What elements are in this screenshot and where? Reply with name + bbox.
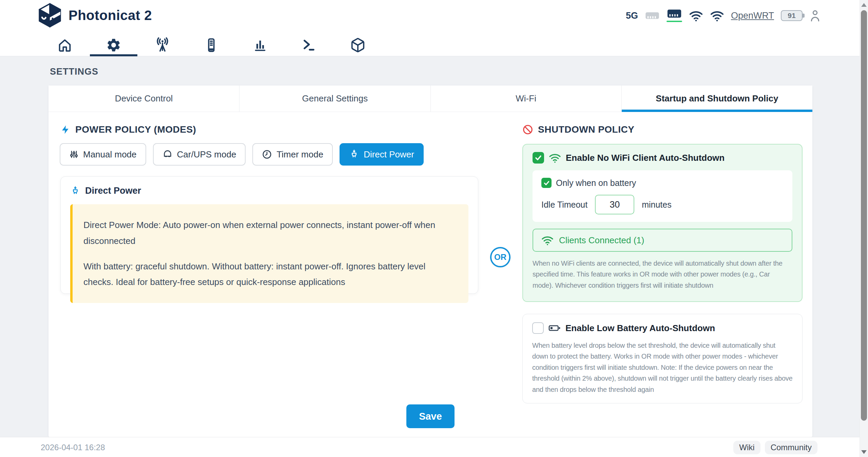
tab-general-settings[interactable]: General Settings — [239, 85, 430, 112]
battery-shutdown-description: When battery level drops below the set t… — [532, 340, 793, 395]
page-title: SETTINGS — [50, 66, 98, 77]
nav-item-settings[interactable] — [89, 34, 138, 56]
direct-power-card-title-row: Direct Power — [70, 186, 468, 196]
nav-item-home[interactable] — [40, 34, 89, 56]
nav-item-device[interactable] — [187, 34, 236, 56]
plug-blue-icon — [70, 186, 80, 196]
scrollbar-thumb[interactable] — [861, 10, 867, 421]
or-condition-badge: OR — [490, 247, 510, 267]
battery-auto-shutdown-card: Enable Low Battery Auto-Shutdown When ba… — [522, 314, 803, 403]
only-battery-row: Only when on battery — [541, 178, 784, 188]
wifi-shutdown-options-box: Only when on battery Idle Timeout minute… — [533, 170, 792, 222]
manual-mode-label: Manual mode — [83, 149, 137, 160]
direct-power-description-callout: Direct Power Mode: Auto power-on when ex… — [70, 204, 468, 303]
save-button[interactable]: Save — [406, 404, 455, 428]
idle-timeout-row: Idle Timeout minutes — [541, 195, 784, 214]
network-type-label: 5G — [626, 11, 638, 21]
timer-mode-label: Timer mode — [276, 149, 323, 160]
shutdown-policy-heading: SHUTDOWN POLICY — [522, 124, 634, 135]
user-icon[interactable] — [809, 9, 821, 22]
direct-power-description-1: Direct Power Mode: Auto power-on when ex… — [83, 217, 458, 249]
wifi-auto-shutdown-checkbox[interactable] — [533, 152, 544, 164]
clients-connected-label: Clients Connected (1) — [559, 235, 644, 246]
battery-percent: 91 — [788, 12, 795, 20]
scrollbar — [860, 0, 868, 457]
tab-startup-shutdown-policy[interactable]: Startup and Shutdown Policy — [622, 85, 812, 112]
battery-auto-shutdown-row: Enable Low Battery Auto-Shutdown — [532, 322, 793, 334]
plug-icon — [349, 149, 359, 159]
car-icon — [162, 149, 173, 159]
brand[interactable]: Photonicat 2 — [37, 3, 152, 28]
tab-wifi[interactable]: Wi-Fi — [431, 85, 622, 112]
wifi-clients-icon — [541, 235, 554, 246]
app-header: Photonicat 2 5G — [0, 0, 868, 56]
ethernet-inactive-icon — [645, 10, 660, 21]
battery-auto-shutdown-checkbox[interactable] — [532, 322, 544, 334]
scroll-up-arrow-icon[interactable] — [861, 3, 867, 7]
wifi-auto-shutdown-label: Enable No WiFi Client Auto-Shutdown — [566, 153, 725, 163]
footer: 2026-04-01 16:28 Wiki Community — [0, 437, 868, 457]
direct-power-mode-label: Direct Power — [364, 149, 414, 160]
only-battery-label: Only when on battery — [556, 178, 636, 188]
battery-status: 91 — [781, 10, 803, 21]
shutdown-policy-heading-label: SHUTDOWN POLICY — [538, 124, 634, 135]
tab-device-control[interactable]: Device Control — [49, 85, 239, 112]
only-battery-checkbox[interactable] — [541, 178, 552, 188]
settings-tabs: Device Control General Settings Wi-Fi St… — [49, 85, 812, 112]
scroll-down-arrow-icon[interactable] — [861, 450, 867, 454]
device-server-icon — [204, 37, 219, 53]
clients-connected-box: Clients Connected (1) — [533, 229, 792, 252]
nav-item-packages[interactable] — [333, 34, 382, 56]
community-button[interactable]: Community — [765, 441, 817, 454]
photonicat-logo-icon — [37, 3, 62, 28]
manual-mode-button[interactable]: Manual mode — [60, 143, 146, 166]
power-policy-heading: POWER POLICY (MODES) — [60, 124, 196, 135]
terminal-icon — [301, 37, 317, 53]
direct-power-description-2: With battery: graceful shutdown. Without… — [83, 259, 458, 290]
nav-item-terminal[interactable] — [285, 34, 333, 56]
wifi-2g-icon — [689, 9, 703, 22]
clock-icon — [262, 149, 272, 159]
antenna-icon — [155, 37, 170, 53]
home-icon — [57, 37, 73, 53]
idle-timeout-label: Idle Timeout — [541, 200, 587, 210]
power-mode-buttons: Manual mode Car/UPS mode Timer mode — [60, 143, 424, 166]
direct-power-mode-button[interactable]: Direct Power — [340, 143, 424, 166]
status-bar: 5G — [626, 8, 821, 23]
wifi-auto-shutdown-card: Enable No WiFi Client Auto-Shutdown Only… — [522, 144, 803, 302]
direct-power-card: Direct Power Direct Power Mode: Auto pow… — [60, 176, 478, 294]
package-icon — [350, 37, 366, 53]
footer-links: Wiki Community — [733, 441, 817, 454]
direct-power-card-title: Direct Power — [85, 186, 141, 196]
wiki-button[interactable]: Wiki — [733, 441, 760, 454]
footer-timestamp: 2026-04-01 16:28 — [41, 443, 105, 452]
car-ups-mode-button[interactable]: Car/UPS mode — [153, 143, 246, 166]
prohibition-icon — [522, 124, 533, 135]
bar-chart-icon — [252, 37, 268, 53]
nav-item-modem[interactable] — [138, 34, 187, 56]
wifi-green-icon — [549, 152, 561, 163]
nav-item-statistics[interactable] — [236, 34, 285, 56]
ethernet-connected-indicator — [667, 21, 682, 22]
wifi-5g-icon — [710, 9, 724, 22]
timer-mode-button[interactable]: Timer mode — [252, 143, 333, 166]
wifi-shutdown-description: When no WiFi clients are connected, the … — [533, 258, 792, 291]
wifi-auto-shutdown-row: Enable No WiFi Client Auto-Shutdown — [533, 152, 792, 164]
gear-icon — [106, 37, 121, 53]
power-policy-heading-label: POWER POLICY (MODES) — [75, 124, 196, 135]
battery-outline-icon — [548, 323, 561, 333]
idle-timeout-input[interactable] — [595, 195, 634, 214]
ethernet-active-icon — [667, 9, 682, 22]
car-ups-mode-label: Car/UPS mode — [177, 149, 236, 160]
lightning-bolt-icon — [60, 124, 71, 135]
battery-auto-shutdown-label: Enable Low Battery Auto-Shutdown — [565, 323, 715, 334]
idle-timeout-unit: minutes — [642, 200, 672, 210]
sliders-icon — [69, 150, 79, 159]
brand-name: Photonicat 2 — [69, 8, 152, 23]
settings-panel: Device Control General Settings Wi-Fi St… — [49, 85, 812, 437]
main-nav — [40, 34, 382, 56]
openwrt-link[interactable]: OpenWRT — [731, 11, 774, 21]
